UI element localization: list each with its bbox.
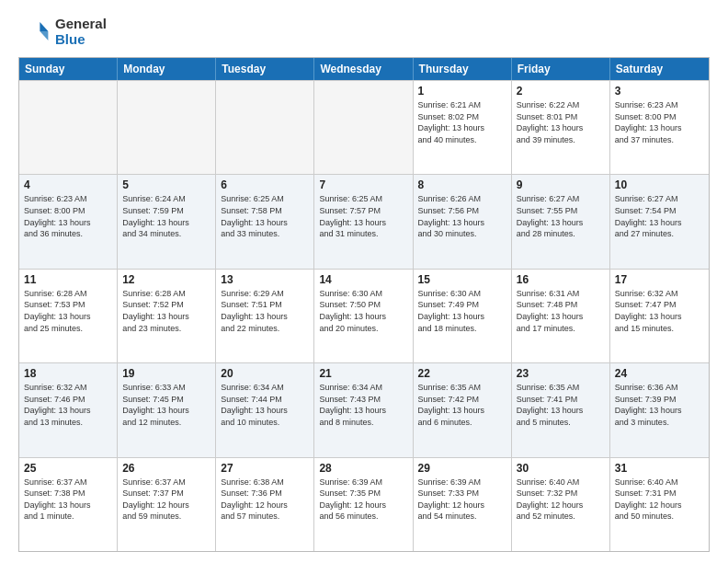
cell-info: Sunrise: 6:37 AM Sunset: 7:37 PM Dayligh… xyxy=(122,477,210,523)
cell-info: Sunrise: 6:22 AM Sunset: 8:01 PM Dayligh… xyxy=(517,99,605,145)
calendar-cell-r1c5: 9Sunrise: 6:27 AM Sunset: 7:55 PM Daylig… xyxy=(512,175,610,268)
cell-date: 5 xyxy=(122,178,210,191)
header-day-monday: Monday xyxy=(118,58,216,80)
calendar-cell-r1c2: 6Sunrise: 6:25 AM Sunset: 7:58 PM Daylig… xyxy=(216,175,314,268)
cell-date: 24 xyxy=(615,367,704,380)
cell-date: 15 xyxy=(418,273,506,286)
cell-date: 29 xyxy=(418,462,506,475)
calendar-cell-r0c6: 3Sunrise: 6:23 AM Sunset: 8:00 PM Daylig… xyxy=(610,81,709,174)
cell-info: Sunrise: 6:31 AM Sunset: 7:48 PM Dayligh… xyxy=(517,288,605,334)
calendar-cell-r3c2: 20Sunrise: 6:34 AM Sunset: 7:44 PM Dayli… xyxy=(216,363,314,456)
header-day-saturday: Saturday xyxy=(610,58,709,80)
cell-date: 28 xyxy=(319,462,407,475)
cell-date: 10 xyxy=(615,178,704,191)
cell-date: 16 xyxy=(517,273,605,286)
cell-date: 22 xyxy=(418,367,506,380)
cell-info: Sunrise: 6:32 AM Sunset: 7:47 PM Dayligh… xyxy=(615,288,704,334)
cell-date: 14 xyxy=(319,273,407,286)
calendar-cell-r1c3: 7Sunrise: 6:25 AM Sunset: 7:57 PM Daylig… xyxy=(314,175,413,268)
calendar-cell-r3c1: 19Sunrise: 6:33 AM Sunset: 7:45 PM Dayli… xyxy=(118,363,216,456)
cell-info: Sunrise: 6:35 AM Sunset: 7:41 PM Dayligh… xyxy=(517,382,605,428)
header-day-thursday: Thursday xyxy=(414,58,512,80)
calendar-row-0: 1Sunrise: 6:21 AM Sunset: 8:02 PM Daylig… xyxy=(19,80,709,174)
calendar-cell-r0c4: 1Sunrise: 6:21 AM Sunset: 8:02 PM Daylig… xyxy=(414,81,512,174)
calendar-cell-r3c5: 23Sunrise: 6:35 AM Sunset: 7:41 PM Dayli… xyxy=(512,363,610,456)
calendar-cell-r1c1: 5Sunrise: 6:24 AM Sunset: 7:59 PM Daylig… xyxy=(118,175,216,268)
cell-date: 12 xyxy=(122,273,210,286)
cell-date: 6 xyxy=(221,178,309,191)
cell-info: Sunrise: 6:39 AM Sunset: 7:35 PM Dayligh… xyxy=(319,477,407,523)
cell-info: Sunrise: 6:32 AM Sunset: 7:46 PM Dayligh… xyxy=(24,382,112,428)
cell-info: Sunrise: 6:30 AM Sunset: 7:49 PM Dayligh… xyxy=(418,288,506,334)
calendar-cell-r2c6: 17Sunrise: 6:32 AM Sunset: 7:47 PM Dayli… xyxy=(610,270,709,362)
cell-date: 3 xyxy=(615,85,704,98)
calendar-cell-r4c0: 25Sunrise: 6:37 AM Sunset: 7:38 PM Dayli… xyxy=(19,458,118,551)
cell-date: 7 xyxy=(319,178,407,191)
cell-info: Sunrise: 6:28 AM Sunset: 7:52 PM Dayligh… xyxy=(122,288,210,334)
header-day-sunday: Sunday xyxy=(19,58,118,80)
cell-info: Sunrise: 6:28 AM Sunset: 7:53 PM Dayligh… xyxy=(24,288,112,334)
calendar-cell-r1c6: 10Sunrise: 6:27 AM Sunset: 7:54 PM Dayli… xyxy=(610,175,709,268)
cell-info: Sunrise: 6:23 AM Sunset: 8:00 PM Dayligh… xyxy=(24,193,112,239)
cell-info: Sunrise: 6:33 AM Sunset: 7:45 PM Dayligh… xyxy=(122,382,210,428)
cell-info: Sunrise: 6:27 AM Sunset: 7:54 PM Dayligh… xyxy=(615,193,704,239)
calendar-cell-r3c4: 22Sunrise: 6:35 AM Sunset: 7:42 PM Dayli… xyxy=(414,363,512,456)
cell-info: Sunrise: 6:34 AM Sunset: 7:43 PM Dayligh… xyxy=(319,382,407,428)
cell-date: 27 xyxy=(221,462,309,475)
calendar-cell-r0c0 xyxy=(19,81,118,174)
calendar-row-4: 25Sunrise: 6:37 AM Sunset: 7:38 PM Dayli… xyxy=(19,457,709,551)
cell-date: 19 xyxy=(122,367,210,380)
cell-date: 13 xyxy=(221,273,309,286)
calendar-row-1: 4Sunrise: 6:23 AM Sunset: 8:00 PM Daylig… xyxy=(19,174,709,268)
cell-info: Sunrise: 6:25 AM Sunset: 7:57 PM Dayligh… xyxy=(319,193,407,239)
calendar-header: SundayMondayTuesdayWednesdayThursdayFrid… xyxy=(19,58,709,80)
calendar-cell-r1c0: 4Sunrise: 6:23 AM Sunset: 8:00 PM Daylig… xyxy=(19,175,118,268)
logo-general: General xyxy=(55,16,107,31)
cell-info: Sunrise: 6:35 AM Sunset: 7:42 PM Dayligh… xyxy=(418,382,506,428)
cell-date: 9 xyxy=(517,178,605,191)
cell-date: 30 xyxy=(517,462,605,475)
calendar-cell-r2c0: 11Sunrise: 6:28 AM Sunset: 7:53 PM Dayli… xyxy=(19,270,118,362)
cell-info: Sunrise: 6:38 AM Sunset: 7:36 PM Dayligh… xyxy=(221,477,309,523)
cell-info: Sunrise: 6:23 AM Sunset: 8:00 PM Dayligh… xyxy=(615,99,704,145)
cell-info: Sunrise: 6:21 AM Sunset: 8:02 PM Dayligh… xyxy=(418,99,506,145)
logo: General Blue xyxy=(18,15,107,48)
calendar-cell-r4c5: 30Sunrise: 6:40 AM Sunset: 7:32 PM Dayli… xyxy=(512,458,610,551)
cell-info: Sunrise: 6:39 AM Sunset: 7:33 PM Dayligh… xyxy=(418,477,506,523)
header-day-tuesday: Tuesday xyxy=(216,58,314,80)
calendar-cell-r4c2: 27Sunrise: 6:38 AM Sunset: 7:36 PM Dayli… xyxy=(216,458,314,551)
cell-info: Sunrise: 6:40 AM Sunset: 7:32 PM Dayligh… xyxy=(517,477,605,523)
logo-svg xyxy=(18,15,51,48)
cell-date: 4 xyxy=(24,178,112,191)
calendar-cell-r4c4: 29Sunrise: 6:39 AM Sunset: 7:33 PM Dayli… xyxy=(414,458,512,551)
cell-date: 31 xyxy=(615,462,704,475)
svg-marker-0 xyxy=(40,22,48,31)
cell-date: 26 xyxy=(122,462,210,475)
calendar-cell-r3c0: 18Sunrise: 6:32 AM Sunset: 7:46 PM Dayli… xyxy=(19,363,118,456)
cell-date: 2 xyxy=(517,85,605,98)
cell-date: 11 xyxy=(24,273,112,286)
calendar-cell-r4c1: 26Sunrise: 6:37 AM Sunset: 7:37 PM Dayli… xyxy=(118,458,216,551)
calendar-row-2: 11Sunrise: 6:28 AM Sunset: 7:53 PM Dayli… xyxy=(19,269,709,362)
cell-info: Sunrise: 6:30 AM Sunset: 7:50 PM Dayligh… xyxy=(319,288,407,334)
page: General Blue SundayMondayTuesdayWednesda… xyxy=(0,0,728,563)
cell-info: Sunrise: 6:24 AM Sunset: 7:59 PM Dayligh… xyxy=(122,193,210,239)
cell-info: Sunrise: 6:25 AM Sunset: 7:58 PM Dayligh… xyxy=(221,193,309,239)
cell-info: Sunrise: 6:26 AM Sunset: 7:56 PM Dayligh… xyxy=(418,193,506,239)
calendar-cell-r2c5: 16Sunrise: 6:31 AM Sunset: 7:48 PM Dayli… xyxy=(512,270,610,362)
cell-date: 17 xyxy=(615,273,704,286)
cell-info: Sunrise: 6:29 AM Sunset: 7:51 PM Dayligh… xyxy=(221,288,309,334)
cell-date: 21 xyxy=(319,367,407,380)
cell-info: Sunrise: 6:36 AM Sunset: 7:39 PM Dayligh… xyxy=(615,382,704,428)
cell-info: Sunrise: 6:27 AM Sunset: 7:55 PM Dayligh… xyxy=(517,193,605,239)
cell-date: 20 xyxy=(221,367,309,380)
calendar-row-3: 18Sunrise: 6:32 AM Sunset: 7:46 PM Dayli… xyxy=(19,362,709,456)
header-day-friday: Friday xyxy=(512,58,610,80)
logo-blue: Blue xyxy=(55,31,107,47)
cell-date: 8 xyxy=(418,178,506,191)
cell-date: 1 xyxy=(418,85,506,98)
svg-marker-1 xyxy=(40,31,48,40)
calendar-cell-r0c5: 2Sunrise: 6:22 AM Sunset: 8:01 PM Daylig… xyxy=(512,81,610,174)
calendar-body: 1Sunrise: 6:21 AM Sunset: 8:02 PM Daylig… xyxy=(19,80,709,551)
cell-date: 18 xyxy=(24,367,112,380)
